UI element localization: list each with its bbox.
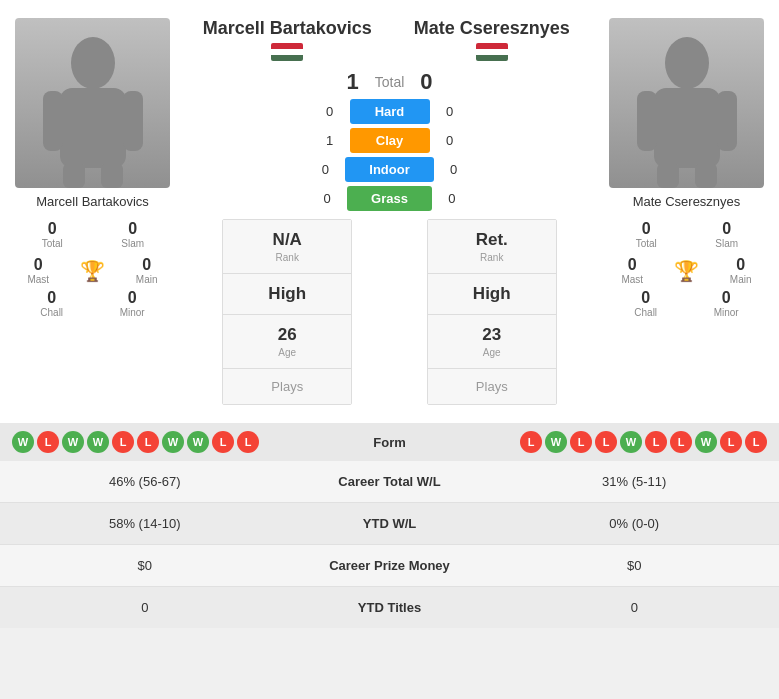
prize-label: Career Prize Money bbox=[290, 545, 490, 586]
left-main-label: Main bbox=[136, 274, 158, 285]
left-minor-label: Minor bbox=[120, 307, 145, 318]
svg-rect-11 bbox=[695, 163, 717, 188]
right-total-stat: 0 Total bbox=[606, 217, 687, 252]
right-form-l4: L bbox=[645, 431, 667, 453]
right-chall-label: Chall bbox=[634, 307, 657, 318]
svg-rect-2 bbox=[43, 91, 63, 151]
left-name-center: Marcell Bartakovics bbox=[185, 18, 390, 39]
right-plays-row: Plays bbox=[428, 369, 556, 404]
svg-rect-1 bbox=[60, 88, 126, 168]
right-flag bbox=[476, 43, 508, 61]
left-total-value: 0 bbox=[12, 220, 93, 238]
svg-rect-3 bbox=[123, 91, 143, 151]
sub-panels-row: N/A Rank High 26 Age Plays bbox=[185, 219, 594, 405]
right-player-name: Mate Cseresznyes bbox=[633, 194, 741, 209]
left-flag bbox=[271, 43, 303, 61]
left-chall-label: Chall bbox=[40, 307, 63, 318]
clay-left-count: 1 bbox=[320, 133, 340, 148]
left-form-w3: W bbox=[87, 431, 109, 453]
right-chall-stat: 0 Chall bbox=[634, 289, 657, 318]
left-minor-value: 0 bbox=[128, 289, 137, 307]
right-form-w3: W bbox=[695, 431, 717, 453]
right-slam-label: Slam bbox=[687, 238, 768, 249]
left-slam-stat: 0 Slam bbox=[93, 217, 174, 252]
svg-point-6 bbox=[665, 37, 709, 89]
left-form-w5: W bbox=[187, 431, 209, 453]
right-chall-row: 0 Chall 0 Minor bbox=[606, 289, 767, 318]
right-mast-value: 0 bbox=[628, 256, 637, 274]
right-high-value: High bbox=[473, 284, 511, 304]
right-main-value: 0 bbox=[736, 256, 745, 274]
right-form-l7: L bbox=[745, 431, 767, 453]
right-rank-label: Rank bbox=[480, 252, 503, 263]
left-age-row: 26 Age bbox=[223, 315, 351, 369]
score-left: 1 bbox=[341, 69, 365, 95]
left-rank-label: Rank bbox=[276, 252, 299, 263]
left-chall-row: 0 Chall 0 Minor bbox=[12, 289, 173, 318]
right-form-l3: L bbox=[595, 431, 617, 453]
right-mast-label: Mast bbox=[621, 274, 643, 285]
titles-right: 0 bbox=[490, 587, 780, 628]
hard-right-count: 0 bbox=[440, 104, 460, 119]
players-names-row: Marcell Bartakovics Mate Cseresznyes bbox=[185, 18, 594, 39]
left-info-panel: N/A Rank High 26 Age Plays bbox=[222, 219, 352, 405]
left-plays-value: Plays bbox=[271, 379, 303, 394]
left-age-value: 26 bbox=[278, 325, 297, 345]
left-high-row: High bbox=[223, 274, 351, 315]
grass-left-count: 0 bbox=[317, 191, 337, 206]
left-player-column: Marcell Bartakovics 0 Total 0 Slam 0 Mas… bbox=[0, 10, 185, 413]
left-form-l4: L bbox=[212, 431, 234, 453]
left-chall-stat: 0 Chall bbox=[40, 289, 63, 318]
left-player-avatar bbox=[15, 18, 170, 188]
svg-rect-10 bbox=[657, 163, 679, 188]
right-minor-stat: 0 Minor bbox=[714, 289, 739, 318]
right-trophy-icon: 🏆 bbox=[674, 259, 699, 283]
left-form-l1: L bbox=[37, 431, 59, 453]
left-rank-value: N/A bbox=[273, 230, 302, 250]
right-form-l2: L bbox=[570, 431, 592, 453]
stats-row-1: 58% (14-10) YTD W/L 0% (0-0) bbox=[0, 503, 779, 545]
career-wl-label: Career Total W/L bbox=[290, 461, 490, 502]
right-minor-label: Minor bbox=[714, 307, 739, 318]
right-total-label: Total bbox=[606, 238, 687, 249]
stats-table: 46% (56-67) Career Total W/L 31% (5-11) … bbox=[0, 461, 779, 628]
indoor-badge: Indoor bbox=[345, 157, 433, 182]
right-form-l1: L bbox=[520, 431, 542, 453]
svg-rect-9 bbox=[717, 91, 737, 151]
right-form-w2: W bbox=[620, 431, 642, 453]
right-chall-value: 0 bbox=[641, 289, 650, 307]
left-total-stat: 0 Total bbox=[12, 217, 93, 252]
right-slam-stat: 0 Slam bbox=[687, 217, 768, 252]
right-form-badges: L W L L W L L W L L bbox=[515, 431, 767, 453]
form-label: Form bbox=[264, 435, 516, 450]
grass-right-count: 0 bbox=[442, 191, 462, 206]
right-age-value: 23 bbox=[482, 325, 501, 345]
right-main-stat: 0 Main bbox=[730, 256, 752, 285]
titles-label: YTD Titles bbox=[290, 587, 490, 628]
left-form-l2: L bbox=[112, 431, 134, 453]
left-plays-row: Plays bbox=[223, 369, 351, 404]
left-player-stats-grid: 0 Total 0 Slam bbox=[12, 217, 173, 252]
svg-point-0 bbox=[71, 37, 115, 89]
surface-clay-row: 1 Clay 0 bbox=[185, 128, 594, 153]
left-mast-label: Mast bbox=[27, 274, 49, 285]
clay-badge: Clay bbox=[350, 128, 430, 153]
left-total-label: Total bbox=[12, 238, 93, 249]
right-player-avatar bbox=[609, 18, 764, 188]
right-form-l6: L bbox=[720, 431, 742, 453]
left-mast-value: 0 bbox=[34, 256, 43, 274]
right-rank-row: Ret. Rank bbox=[428, 220, 556, 274]
prize-left: $0 bbox=[0, 545, 290, 586]
left-form-l5: L bbox=[237, 431, 259, 453]
ytd-wl-right: 0% (0-0) bbox=[490, 503, 780, 544]
left-form-w4: W bbox=[162, 431, 184, 453]
right-age-label: Age bbox=[483, 347, 501, 358]
right-total-value: 0 bbox=[606, 220, 687, 238]
svg-rect-4 bbox=[63, 163, 85, 188]
right-name-center: Mate Cseresznyes bbox=[390, 18, 595, 39]
hard-left-count: 0 bbox=[320, 104, 340, 119]
indoor-left-count: 0 bbox=[315, 162, 335, 177]
indoor-right-count: 0 bbox=[444, 162, 464, 177]
right-mast-stat: 0 Mast bbox=[621, 256, 643, 285]
hard-badge: Hard bbox=[350, 99, 430, 124]
